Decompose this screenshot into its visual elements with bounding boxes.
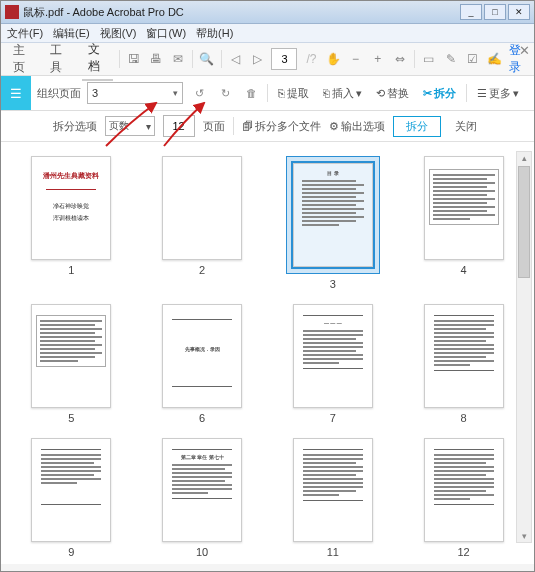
split-options-toolbar: 拆分选项 页数 ▾ 页面 🗐 拆分多个文件 ⚙ 输出选项 拆分 关闭 — [1, 111, 534, 142]
page-range-dropdown[interactable]: 3 ▾ — [87, 82, 183, 104]
page-thumbnail[interactable]: 先事概况．录因 6 — [140, 304, 265, 424]
save-icon[interactable]: 🖫 — [126, 49, 142, 69]
divider — [119, 50, 120, 68]
organize-pages-label: 组织页面 — [37, 86, 81, 101]
page-number-label: 7 — [330, 412, 336, 424]
extract-label: 提取 — [287, 86, 309, 101]
fit-width-icon[interactable]: ⇔ — [392, 49, 408, 69]
organize-toolbar: ☰ 组织页面 3 ▾ ↺ ↻ 🗑 ⎘ 提取 ⎗ 插入 ▾ ⟲ 替换 ✂ 拆分 ☰ — [1, 76, 534, 111]
page-number-label: 10 — [196, 546, 208, 558]
divider — [414, 50, 415, 68]
replace-tool[interactable]: ⟲ 替换 — [372, 86, 413, 101]
scroll-up-icon[interactable]: ▴ — [518, 152, 530, 164]
app-name: Adobe Acrobat Pro DC — [73, 6, 184, 18]
vertical-scrollbar[interactable]: ▴ ▾ — [516, 151, 532, 543]
insert-tool[interactable]: ⎗ 插入 ▾ — [319, 86, 366, 101]
split-number-input[interactable] — [163, 115, 195, 137]
page-thumbnails-panel: 潘州先生典藏资料 净石神珍唤觉 浑训根植读本 1 2 目 录 — [1, 142, 534, 564]
prev-page-icon[interactable]: ◁ — [227, 49, 243, 69]
thumb-title: 潘州先生典藏资料 — [43, 171, 99, 181]
more-tool[interactable]: ☰ 更多 ▾ — [473, 86, 523, 101]
thumb-text: 浑训根植读本 — [53, 214, 89, 222]
page-thumbnail[interactable]: — — — 7 — [271, 304, 396, 424]
tab-home[interactable]: 主页 — [7, 38, 38, 80]
page-number-label: 2 — [199, 264, 205, 276]
split-multiple-files[interactable]: 🗐 拆分多个文件 — [242, 119, 321, 134]
divider — [46, 189, 96, 190]
chevron-down-icon: ▾ — [173, 88, 182, 98]
page-thumbnail-selected[interactable]: 目 录 3 — [271, 156, 396, 290]
page-thumbnail[interactable]: 8 — [401, 304, 526, 424]
split-multiple-label: 拆分多个文件 — [255, 119, 321, 134]
mail-icon[interactable]: ✉ — [170, 49, 186, 69]
rotate-left-icon[interactable]: ↺ — [189, 83, 209, 103]
divider — [192, 50, 193, 68]
hand-tool-icon[interactable]: ✋ — [326, 49, 342, 69]
scissors-icon: ✂ — [423, 87, 432, 100]
split-tool[interactable]: ✂ 拆分 — [419, 86, 460, 101]
organize-side-tab[interactable]: ☰ — [1, 76, 31, 110]
title-separator: - — [63, 6, 72, 18]
split-mode-dropdown[interactable]: 页数 ▾ — [105, 116, 155, 136]
thumbnails-icon: ☰ — [10, 86, 22, 101]
insert-icon: ⎗ — [323, 87, 330, 99]
page-thumbnail[interactable]: 12 — [401, 438, 526, 558]
replace-label: 替换 — [387, 86, 409, 101]
gear-icon: ⚙ — [329, 120, 339, 133]
zoom-out-icon[interactable]: − — [348, 49, 364, 69]
split-action-label: 拆分 — [406, 120, 428, 132]
page-count-icon: /? — [303, 49, 319, 69]
highlight-icon[interactable]: ✎ — [443, 49, 459, 69]
extract-icon: ⎘ — [278, 87, 285, 99]
page-number-label: 5 — [68, 412, 74, 424]
delete-page-icon[interactable]: 🗑 — [241, 83, 261, 103]
page-number-input[interactable] — [271, 48, 297, 70]
page-thumbnail[interactable]: 第二章 章任 第七十 10 — [140, 438, 265, 558]
insert-label: 插入 — [332, 86, 354, 101]
thumb-heading: 目 录 — [327, 170, 338, 176]
close-button[interactable]: ✕ — [508, 4, 530, 20]
page-number-label: 6 — [199, 412, 205, 424]
tab-document[interactable]: 文档 — [82, 37, 113, 81]
close-document-icon[interactable]: ✕ — [519, 43, 530, 58]
files-icon: 🗐 — [242, 120, 253, 132]
page-thumbnail[interactable]: 11 — [271, 438, 396, 558]
scroll-down-icon[interactable]: ▾ — [518, 530, 530, 542]
page-number-label: 11 — [327, 546, 339, 558]
search-icon[interactable]: 🔍 — [199, 49, 215, 69]
signature-icon[interactable]: ✍ — [487, 49, 503, 69]
page-number-label: 4 — [461, 264, 467, 276]
chevron-down-icon: ▾ — [146, 121, 151, 132]
rotate-right-icon[interactable]: ↻ — [215, 83, 235, 103]
zoom-in-icon[interactable]: + — [370, 49, 386, 69]
page-number-label: 1 — [68, 264, 74, 276]
page-thumbnail[interactable]: 5 — [9, 304, 134, 424]
chevron-down-icon: ▾ — [513, 87, 519, 100]
output-options[interactable]: ⚙ 输出选项 — [329, 119, 385, 134]
split-options-label: 拆分选项 — [53, 119, 97, 134]
main-toolbar: 主页 工具 文档 🖫 🖶 ✉ 🔍 ◁ ▷ /? ✋ − + ⇔ ▭ ✎ ☑ ✍ … — [1, 43, 534, 76]
extract-tool[interactable]: ⎘ 提取 — [274, 86, 313, 101]
scroll-handle[interactable] — [518, 166, 530, 278]
menu-window[interactable]: 窗口(W) — [146, 26, 186, 41]
minimize-button[interactable]: _ — [460, 4, 482, 20]
split-action-button[interactable]: 拆分 — [393, 116, 441, 137]
next-page-icon[interactable]: ▷ — [249, 49, 265, 69]
print-icon[interactable]: 🖶 — [148, 49, 164, 69]
output-options-label: 输出选项 — [341, 119, 385, 134]
page-thumbnail[interactable]: 潘州先生典藏资料 净石神珍唤觉 浑训根植读本 1 — [9, 156, 134, 290]
page-thumbnail[interactable]: 9 — [9, 438, 134, 558]
menu-help[interactable]: 帮助(H) — [196, 26, 233, 41]
split-close-button[interactable]: 关闭 — [449, 119, 483, 134]
page-thumbnail[interactable]: 2 — [140, 156, 265, 290]
stamp-icon[interactable]: ☑ — [465, 49, 481, 69]
tab-tools[interactable]: 工具 — [44, 38, 75, 80]
maximize-button[interactable]: □ — [484, 4, 506, 20]
thumb-heading: 第二章 章任 第七十 — [181, 454, 224, 460]
thumb-text: 净石神珍唤觉 — [53, 202, 89, 210]
page-number-label: 12 — [458, 546, 470, 558]
selection-tool-icon[interactable]: ▭ — [421, 49, 437, 69]
page-thumbnail[interactable]: 4 — [401, 156, 526, 290]
more-label: 更多 — [489, 86, 511, 101]
split-pages-label: 页面 — [203, 119, 225, 134]
